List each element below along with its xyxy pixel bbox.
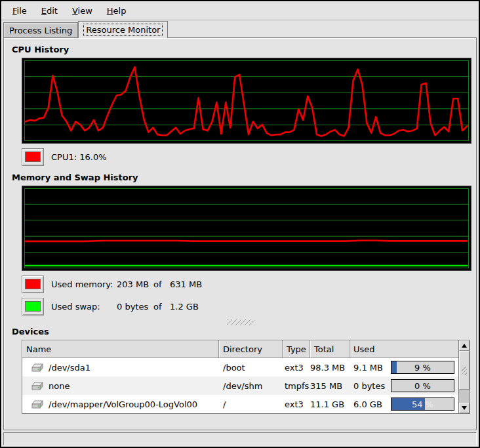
arrow-down-icon [462,406,467,410]
cpu-legend-row: CPU1: 16.0% [22,148,468,166]
device-directory: /boot [219,363,283,373]
device-total: 11.1 GB [310,399,350,409]
memory-swap-graph [22,186,471,271]
device-name: /dev/sda1 [49,363,90,373]
cpu-legend-label: CPU1: 16.0% [51,152,107,162]
device-directory: / [219,399,283,409]
memory-legend-row: Used memory:203 MBof631 MB [22,275,468,293]
device-name: none [49,381,70,391]
device-type: ext3 [283,399,310,409]
menu-file[interactable]: File [5,4,34,18]
column-header-type[interactable]: Type [283,340,310,358]
usage-percent-label: 54 % [391,398,454,410]
swap-color-button[interactable] [22,298,44,316]
status-bar [3,432,477,445]
tab-resource-monitor[interactable]: Resource Monitor [78,21,168,38]
memory-color-swatch [25,279,41,289]
devices-table-main: Name Directory Type Total Used / [22,340,458,413]
device-used: 9.1 MB [353,363,391,373]
device-used-cell: 9.1 MB 9 % [350,361,458,374]
cpu-history-title: CPU History [12,45,468,54]
scrollbar-down-button[interactable] [459,403,470,413]
resource-monitor-panel: CPU History CPU1: 16.0% Memory and Swap … [3,37,477,430]
tab-bar: Process Listing Resource Monitor [1,20,479,37]
menu-edit[interactable]: Edit [34,4,65,18]
memory-history-title: Memory and Swap History [12,173,468,182]
column-header-total[interactable]: Total [310,340,350,358]
memory-of-word: of [153,279,170,289]
disk-drive-icon [31,382,43,390]
usage-percent-label: 0 % [391,380,454,392]
device-total: 315 MB [310,381,350,391]
device-used: 6.0 GB [353,399,391,409]
cpu-color-swatch [25,152,41,162]
table-row[interactable]: /dev/sda1 /boot ext3 98.3 MB 9.1 MB 9 % [22,358,458,377]
device-type: tmpfs [283,381,310,391]
disk-drive-icon [31,363,43,372]
arrow-up-icon [462,344,467,348]
usage-progress-bar: 54 % [391,397,454,411]
scrollbar-up-button[interactable] [459,340,470,351]
usage-progress-bar: 0 % [391,379,454,392]
memory-used-value: 203 MB [117,279,153,289]
system-monitor-window: File Edit View Help Process Listing Reso… [0,0,480,448]
usage-progress-bar: 9 % [391,361,454,374]
menu-view[interactable]: View [65,4,100,18]
device-used: 0 bytes [353,381,391,391]
devices-table: Name Directory Type Total Used / [22,340,470,414]
disk-drive-icon [31,400,43,409]
device-name: /dev/mapper/VolGroup00-LogVol00 [49,399,197,409]
swap-color-swatch [25,301,41,312]
device-total: 98.3 MB [310,363,350,373]
memory-legend-label: Used memory: [51,279,117,289]
scrollbar-thumb[interactable] [459,351,470,390]
tab-process-listing-label: Process Listing [9,26,72,35]
menu-help[interactable]: Help [100,4,134,18]
swap-used-value: 0 bytes [117,302,153,312]
scrollbar-trough[interactable] [459,390,470,403]
vertical-scrollbar[interactable] [458,340,470,413]
menu-bar: File Edit View Help [1,1,479,20]
device-used-cell: 0 bytes 0 % [350,379,458,392]
devices-title: Devices [12,327,468,336]
device-used-cell: 6.0 GB 54 % [350,397,458,411]
column-header-used[interactable]: Used [350,340,458,358]
pane-resize-grip[interactable] [227,319,254,325]
cpu-history-graph [22,58,471,144]
device-type: ext3 [283,363,310,373]
memory-color-button[interactable] [22,275,44,293]
swap-legend-text: Used swap:0 bytesof1.2 GB [51,302,199,312]
swap-total-value: 1.2 GB [170,302,199,312]
swap-legend-row: Used swap:0 bytesof1.2 GB [22,297,468,316]
tab-process-listing[interactable]: Process Listing [3,22,78,37]
device-name-cell: /dev/mapper/VolGroup00-LogVol00 [22,399,219,409]
memory-total-value: 631 MB [170,279,202,289]
table-row[interactable]: none /dev/shm tmpfs 315 MB 0 bytes 0 % [22,377,458,395]
device-name-cell: none [22,381,219,391]
device-directory: /dev/shm [219,381,283,391]
column-header-directory[interactable]: Directory [219,340,283,358]
swap-legend-label: Used swap: [51,302,117,312]
tab-resource-monitor-label: Resource Monitor [84,24,162,35]
swap-of-word: of [153,302,170,312]
column-header-name[interactable]: Name [22,340,219,358]
memory-legend-text: Used memory:203 MBof631 MB [51,279,202,289]
cpu-color-button[interactable] [22,148,44,166]
devices-table-header: Name Directory Type Total Used [22,340,458,358]
table-row[interactable]: /dev/mapper/VolGroup00-LogVol00 / ext3 1… [22,395,458,413]
device-name-cell: /dev/sda1 [22,363,219,373]
usage-percent-label: 9 % [391,361,454,373]
